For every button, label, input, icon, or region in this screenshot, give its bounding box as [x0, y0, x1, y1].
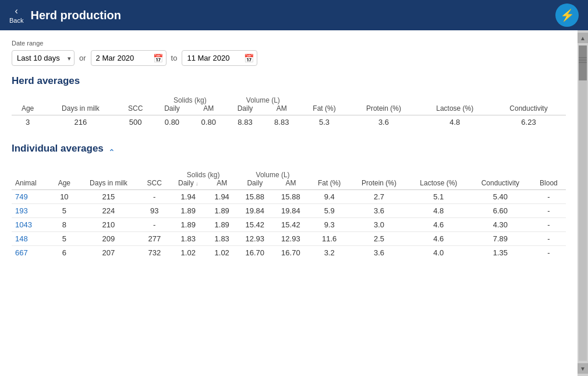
ind-lactose: 4.0 [408, 246, 469, 260]
animal-link[interactable]: 193 [15, 206, 28, 215]
ind-solids-am: 1.89 [207, 204, 237, 218]
ind-th-volume-daily: Daily [237, 179, 273, 190]
ind-animal[interactable]: 749 [12, 190, 51, 204]
ind-th-scc: SCC [139, 179, 169, 190]
preset-select-wrapper[interactable]: Last 10 days Last 30 days Custom [12, 50, 75, 66]
ind-protein: 2.5 [350, 232, 408, 246]
ind-protein: 3.0 [350, 218, 408, 232]
ind-th-blood: Blood [532, 179, 566, 190]
herd-scc: 500 [118, 115, 154, 129]
ind-group-header-row: Solids (kg) Volume (L) [12, 168, 566, 179]
herd-solids-daily: 0.80 [154, 115, 191, 129]
ind-solids-daily: 1.02 [169, 246, 207, 260]
table-row: 667 6 207 732 1.02 1.02 16.70 16.70 3.2 … [12, 246, 566, 260]
ind-protein: 3.6 [350, 204, 408, 218]
calendar-from-icon[interactable]: 📅 [153, 54, 163, 63]
ind-solids-daily: 1.89 [169, 218, 207, 232]
animal-link[interactable]: 667 [15, 248, 28, 257]
ind-volume-daily: 19.84 [237, 204, 273, 218]
ind-solids-am: 1.02 [207, 246, 237, 260]
chevron-up-icon[interactable]: ⌃ [108, 147, 115, 157]
ind-conductivity: 7.89 [469, 232, 532, 246]
ind-fat: 3.2 [309, 246, 350, 260]
ind-animal[interactable]: 148 [12, 232, 51, 246]
back-label: Back [9, 17, 23, 24]
herd-group-header-row: Solids (kg) Volume (L) [12, 94, 566, 104]
herd-th-conductivity: Conductivity [491, 104, 566, 115]
ind-animal[interactable]: 193 [12, 204, 51, 218]
herd-conductivity: 6.23 [491, 115, 566, 129]
herd-volume-am: 8.83 [264, 115, 300, 129]
ind-scc: - [139, 190, 169, 204]
date-range-section: Date range Last 10 days Last 30 days Cus… [12, 40, 566, 66]
herd-age: 3 [12, 115, 44, 129]
herd-protein: 3.6 [349, 115, 418, 129]
ind-th-fat-empty [309, 168, 350, 179]
ind-th-scc-empty [139, 168, 169, 179]
ind-animal[interactable]: 667 [12, 246, 51, 260]
ind-age: 5 [51, 232, 77, 246]
ind-fat: 11.6 [309, 232, 350, 246]
ind-age: 6 [51, 246, 77, 260]
animal-link[interactable]: 749 [15, 192, 28, 201]
th-volume-group: Volume (L) [226, 94, 300, 104]
animal-link[interactable]: 148 [15, 234, 28, 243]
th-lactose-empty [418, 94, 491, 104]
scrollbar[interactable]: ▲ ▼ [578, 30, 588, 376]
ind-th-conductivity-empty [469, 168, 532, 179]
main-content: Date range Last 10 days Last 30 days Cus… [0, 30, 588, 376]
ind-th-solids-daily: Daily ↓ [169, 179, 207, 190]
ind-th-dim-empty [77, 168, 139, 179]
back-button[interactable]: ‹ Back [9, 6, 23, 24]
herd-averages-table: Solids (kg) Volume (L) Age Days in milk … [12, 94, 566, 129]
th-dim-empty [44, 94, 118, 104]
lightning-icon-button[interactable]: ⚡ [555, 3, 579, 27]
th-fat-empty [300, 94, 349, 104]
app-header: ‹ Back Herd production ⚡ [0, 0, 588, 30]
animal-link[interactable]: 1043 [15, 220, 32, 229]
individual-averages-title: Individual averages [12, 143, 104, 154]
ind-scc: 277 [139, 232, 169, 246]
individual-averages-section: Individual averages ⌃ Solids (kg) Volume… [12, 143, 566, 259]
calendar-to-icon[interactable]: 📅 [244, 54, 254, 63]
ind-fat: 9.3 [309, 218, 350, 232]
ind-th-conductivity: Conductivity [469, 179, 532, 190]
ind-scc: 732 [139, 246, 169, 260]
ind-age: 10 [51, 190, 77, 204]
herd-th-age: Age [12, 104, 44, 115]
to-separator: to [171, 54, 178, 62]
lightning-icon: ⚡ [560, 8, 575, 22]
ind-age: 8 [51, 218, 77, 232]
scroll-track[interactable] [579, 45, 587, 361]
ind-dim: 210 [77, 218, 139, 232]
individual-averages-table: Solids (kg) Volume (L) Animal Age Days i… [12, 168, 566, 259]
herd-th-solids-am: AM [190, 104, 226, 115]
ind-dim: 209 [77, 232, 139, 246]
ind-dim: 224 [77, 204, 139, 218]
ind-th-blood-empty [532, 168, 566, 179]
herd-volume-daily: 8.83 [226, 115, 264, 129]
ind-th-solids-am: AM [207, 179, 237, 190]
table-row: 1043 8 210 - 1.89 1.89 15.42 15.42 9.3 3… [12, 218, 566, 232]
preset-select[interactable]: Last 10 days Last 30 days Custom [12, 50, 75, 66]
scroll-thumb[interactable] [579, 45, 587, 80]
scroll-up-button[interactable]: ▲ [578, 33, 588, 43]
th-conductivity-empty [491, 94, 566, 104]
ind-solids-daily: 1.94 [169, 190, 207, 204]
ind-blood: - [532, 204, 566, 218]
ind-conductivity: 5.40 [469, 190, 532, 204]
herd-th-fat: Fat (%) [300, 104, 349, 115]
scroll-line-2 [579, 59, 587, 61]
ind-animal[interactable]: 1043 [12, 218, 51, 232]
ind-th-age: Age [51, 179, 77, 190]
back-arrow-icon: ‹ [15, 6, 18, 16]
scroll-down-button[interactable]: ▼ [578, 363, 588, 374]
ind-th-age-empty [51, 168, 77, 179]
herd-th-lactose: Lactose (%) [418, 104, 491, 115]
ind-blood: - [532, 218, 566, 232]
date-range-controls: Last 10 days Last 30 days Custom or 📅 to… [12, 50, 566, 66]
page-title: Herd production [30, 9, 548, 22]
herd-th-dim: Days in milk [44, 104, 118, 115]
individual-title-row: Individual averages ⌃ [12, 143, 566, 161]
ind-volume-daily: 15.88 [237, 190, 273, 204]
